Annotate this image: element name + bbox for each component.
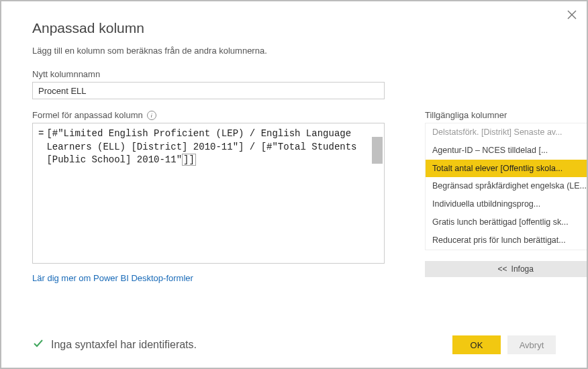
syntax-status: Inga syntaxfel har identifierats. xyxy=(32,337,197,352)
status-text: Inga syntaxfel har identifierats. xyxy=(51,339,197,351)
available-column-item[interactable]: Reducerat pris för lunch berättigat... xyxy=(426,231,588,250)
formula-equals: = xyxy=(38,127,46,167)
available-column-item[interactable]: Delstatsförk. [Distrikt] Senaste av... xyxy=(426,123,588,142)
dialog-title: Anpassad kolumn xyxy=(32,20,556,36)
formula-body: [#"Limited English Proficient (LEP) / En… xyxy=(46,127,371,167)
insert-label: Infoga xyxy=(511,264,534,274)
cancel-button[interactable]: Avbryt xyxy=(507,335,556,354)
column-name-input[interactable] xyxy=(32,82,385,99)
available-columns-label: Tillgängliga kolumner xyxy=(425,110,588,120)
formula-scrollbar-thumb[interactable] xyxy=(372,137,383,164)
ok-button[interactable]: OK xyxy=(452,335,501,354)
available-column-item[interactable]: Gratis lunch berättigad [offentlig sk... xyxy=(426,213,588,231)
dialog-subtitle: Lägg till en kolumn som beräknas från de… xyxy=(32,46,556,56)
available-column-item[interactable]: Agentur-ID – NCES tilldelad [... xyxy=(426,142,588,160)
available-column-item[interactable]: Totalt antal kostnadsfria och reducerade… xyxy=(426,249,588,250)
close-icon xyxy=(567,9,577,20)
column-name-label: Nytt kolumnnamn xyxy=(32,69,556,79)
insert-prefix: << xyxy=(498,264,507,274)
learn-more-link[interactable]: Lär dig mer om Power BI Desktop-formler xyxy=(32,273,193,283)
formula-editor[interactable]: = [#"Limited English Proficient (LEP) / … xyxy=(32,123,385,264)
available-column-item[interactable]: Begränsad språkfärdighet engelska (LE... xyxy=(426,177,588,195)
available-column-item[interactable]: Individuella utbildningsprog... xyxy=(426,195,588,213)
available-columns-list[interactable]: Delstatsförk. [Distrikt] Senaste av...Ag… xyxy=(425,123,588,250)
formula-label: Formel för anpassad kolumn xyxy=(32,110,143,120)
info-icon[interactable]: i xyxy=(147,111,156,120)
close-button[interactable] xyxy=(567,9,577,23)
checkmark-icon xyxy=(32,337,44,352)
available-column-item[interactable]: Totalt antal elever [Offentlig skola... xyxy=(426,160,588,178)
insert-button[interactable]: << Infoga xyxy=(425,261,588,277)
